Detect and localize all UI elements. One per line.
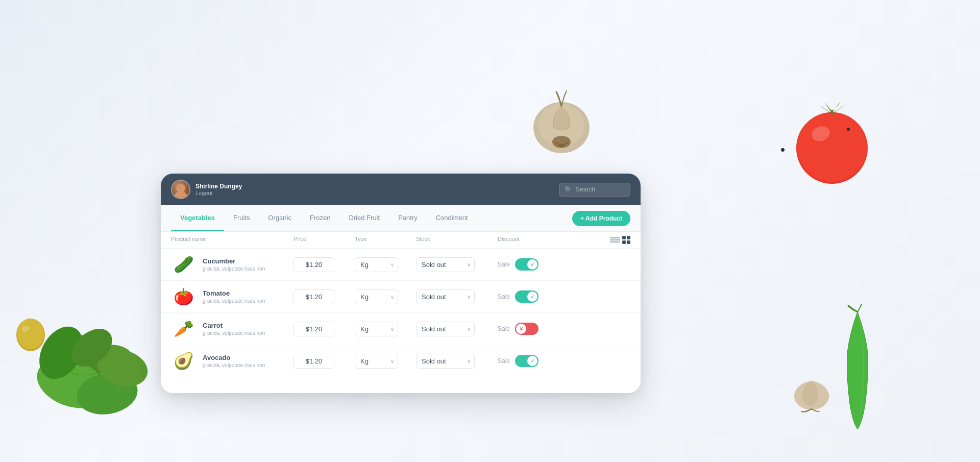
price-cell — [293, 257, 355, 272]
grid-view-icon[interactable] — [622, 236, 630, 244]
search-input[interactable] — [576, 186, 625, 193]
type-cell: KgLbUnit — [355, 354, 416, 369]
type-select[interactable]: KgLbUnit — [355, 322, 398, 336]
product-name: Avocado — [203, 354, 265, 361]
toggle-knob: ✕ — [516, 324, 526, 334]
product-cell: 🥑 Avocado gravida, vulputate risus non — [171, 350, 293, 372]
stock-select[interactable]: Sold outIn stock — [416, 322, 475, 336]
tab-frozen[interactable]: Frozen — [301, 206, 339, 231]
table-row: 🥕 Carrot gravida, vulputate risus non Kg… — [161, 313, 641, 345]
product-name: Cucumber — [203, 257, 265, 265]
price-input[interactable] — [293, 354, 334, 369]
product-image: 🥕 — [171, 318, 197, 339]
discount-label: Sale — [498, 325, 510, 332]
product-image: 🍅 — [171, 286, 197, 307]
price-input[interactable] — [293, 257, 334, 272]
product-details: Cucumber gravida, vulputate risus non — [203, 257, 265, 272]
col-price: Price — [293, 236, 355, 244]
col-stock: Stock — [416, 236, 498, 244]
product-table: Product name Price Type Stock Discount 🥒 — [161, 232, 641, 377]
discount-cell: Sale ✕ — [498, 323, 610, 335]
category-nav: Vegetables Fruits Organic Frozen Dried F… — [161, 205, 641, 232]
price-cell — [293, 354, 355, 369]
type-cell: KgLbUnit — [355, 322, 416, 336]
check-icon: ✓ — [530, 262, 534, 268]
product-desc: gravida, vulputate risus non — [203, 330, 265, 336]
col-product-name: Product name — [171, 236, 293, 244]
tab-dried-fruit[interactable]: Dried Fruit — [339, 206, 389, 231]
logout-link[interactable]: Logout — [195, 190, 242, 196]
add-product-button[interactable]: + Add Product — [572, 211, 630, 226]
check-icon: ✓ — [530, 294, 534, 300]
col-discount: Discount — [498, 236, 610, 244]
tab-vegetables[interactable]: Vegetables — [171, 206, 224, 231]
discount-cell: Sale ✓ — [498, 258, 610, 271]
price-input[interactable] — [293, 289, 334, 304]
table-row: 🍅 Tomatoe gravida, vulputate risus non K… — [161, 281, 641, 313]
product-cell: 🥕 Carrot gravida, vulputate risus non — [171, 318, 293, 339]
table-row: 🥒 Cucumber gravida, vulputate risus non … — [161, 249, 641, 281]
discount-label: Sale — [498, 357, 510, 364]
table-header: Product name Price Type Stock Discount — [161, 232, 641, 249]
type-select[interactable]: KgLbUnit — [355, 289, 398, 304]
product-desc: gravida, vulputate risus non — [203, 266, 265, 272]
user-section: Shirline Dungey Logout — [171, 180, 242, 199]
col-type: Type — [355, 236, 416, 244]
product-cell: 🥒 Cucumber gravida, vulputate risus non — [171, 254, 293, 275]
stock-select[interactable]: Sold outIn stock — [416, 257, 475, 272]
product-name: Tomatoe — [203, 289, 265, 297]
avatar — [171, 180, 190, 199]
type-select[interactable]: KgLbUnit — [355, 257, 398, 272]
app-header: Shirline Dungey Logout 🔍 — [161, 174, 641, 205]
stock-select[interactable]: Sold outIn stock — [416, 354, 475, 369]
stock-cell: Sold outIn stock — [416, 354, 498, 369]
x-icon: ✕ — [519, 326, 523, 332]
product-image: 🥑 — [171, 350, 197, 372]
type-select[interactable]: KgLbUnit — [355, 354, 398, 369]
discount-label: Sale — [498, 261, 510, 268]
table-row: 🥑 Avocado gravida, vulputate risus non K… — [161, 345, 641, 377]
stock-cell: Sold outIn stock — [416, 289, 498, 304]
toggle-knob: ✓ — [527, 356, 537, 366]
price-cell — [293, 322, 355, 336]
toggle-knob: ✓ — [527, 259, 537, 270]
tab-fruits[interactable]: Fruits — [224, 206, 259, 231]
discount-cell: Sale ✓ — [498, 355, 610, 367]
discount-label: Sale — [498, 293, 510, 300]
product-cell: 🍅 Tomatoe gravida, vulputate risus non — [171, 286, 293, 307]
toggle-knob: ✓ — [527, 291, 537, 302]
toggle-switch[interactable]: ✓ — [515, 355, 538, 367]
tab-condiment[interactable]: Condiment — [427, 206, 477, 231]
price-input[interactable] — [293, 322, 334, 336]
price-cell — [293, 289, 355, 304]
stock-cell: Sold outIn stock — [416, 257, 498, 272]
toggle-switch[interactable]: ✕ — [515, 323, 538, 335]
user-info: Shirline Dungey Logout — [195, 183, 242, 196]
view-controls — [610, 236, 630, 244]
check-icon: ✓ — [530, 358, 534, 364]
product-desc: gravida, vulputate risus non — [203, 362, 265, 368]
user-name: Shirline Dungey — [195, 183, 242, 190]
product-details: Avocado gravida, vulputate risus non — [203, 354, 265, 368]
app-window: Shirline Dungey Logout 🔍 Vegetables Frui… — [161, 174, 641, 393]
stock-select[interactable]: Sold outIn stock — [416, 289, 475, 304]
type-cell: KgLbUnit — [355, 289, 416, 304]
product-name: Carrot — [203, 322, 265, 329]
tab-organic[interactable]: Organic — [259, 206, 301, 231]
product-image: 🥒 — [171, 254, 197, 275]
product-desc: gravida, vulputate risus non — [203, 298, 265, 304]
search-icon: 🔍 — [565, 186, 573, 193]
list-view-icon[interactable] — [610, 236, 620, 244]
search-box[interactable]: 🔍 — [559, 183, 630, 197]
product-details: Tomatoe gravida, vulputate risus non — [203, 289, 265, 304]
type-cell: KgLbUnit — [355, 257, 416, 272]
tab-pantry[interactable]: Pantry — [389, 206, 427, 231]
product-details: Carrot gravida, vulputate risus non — [203, 322, 265, 336]
toggle-switch[interactable]: ✓ — [515, 258, 538, 271]
toggle-switch[interactable]: ✓ — [515, 290, 538, 303]
stock-cell: Sold outIn stock — [416, 322, 498, 336]
discount-cell: Sale ✓ — [498, 290, 610, 303]
tabs: Vegetables Fruits Organic Frozen Dried F… — [171, 206, 477, 231]
